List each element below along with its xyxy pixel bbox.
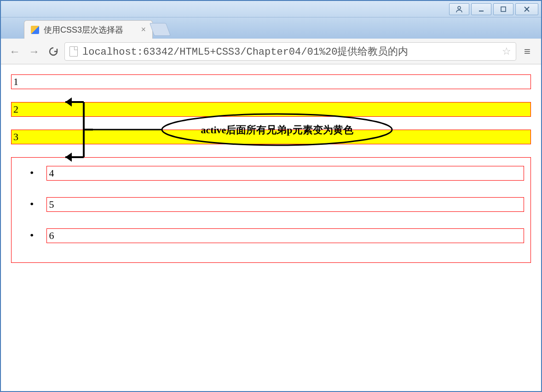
list-item-value: 6: [46, 228, 524, 243]
list-item: 6: [18, 228, 524, 243]
bookmark-star-icon[interactable]: ☆: [502, 45, 511, 57]
favicon-icon: [31, 26, 39, 34]
user-icon: [456, 6, 463, 13]
svg-rect-2: [501, 7, 506, 11]
back-button[interactable]: ←: [6, 43, 23, 60]
window-titlebar: [1, 1, 541, 17]
paragraph-2: 2: [11, 102, 531, 117]
url-text: localhost:63342/HTML5+CSS3/Chapter04/01%…: [82, 45, 409, 58]
page-icon: [69, 46, 78, 57]
maximize-icon: [500, 6, 507, 13]
menu-button[interactable]: ≡: [519, 43, 536, 60]
svg-point-0: [458, 6, 461, 9]
tab-close-icon[interactable]: ×: [141, 25, 146, 34]
reload-icon: [48, 46, 58, 57]
close-button[interactable]: [515, 3, 538, 15]
list-container: 4 5 6: [11, 157, 531, 263]
forward-icon: →: [29, 45, 40, 58]
close-icon: [523, 6, 530, 13]
tab-strip: 使用CSS3层次选择器 ×: [1, 17, 541, 39]
user-button[interactable]: [449, 3, 469, 15]
paragraph-1: 1: [11, 74, 531, 89]
list-item-value: 5: [46, 197, 524, 212]
address-bar[interactable]: localhost:63342/HTML5+CSS3/Chapter04/01%…: [64, 42, 516, 61]
maximize-button[interactable]: [493, 3, 513, 15]
browser-tab[interactable]: 使用CSS3层次选择器 ×: [24, 20, 153, 39]
tab-title: 使用CSS3层次选择器: [44, 24, 123, 35]
reload-button[interactable]: [45, 43, 62, 60]
list-item: 4: [18, 166, 524, 181]
minimize-button[interactable]: [471, 3, 491, 15]
menu-icon: ≡: [524, 45, 530, 58]
minimize-icon: [478, 6, 485, 13]
page-content: 1 2 3 4 5 6 active后面所有兄弟p元素变为黄色: [1, 64, 541, 286]
list-item-value: 4: [46, 166, 524, 181]
list-item: 5: [18, 197, 524, 212]
forward-button[interactable]: →: [26, 43, 42, 60]
browser-toolbar: ← → localhost:63342/HTML5+CSS3/Chapter04…: [1, 39, 541, 64]
paragraph-3: 3: [11, 130, 531, 144]
back-icon: ←: [9, 45, 20, 58]
